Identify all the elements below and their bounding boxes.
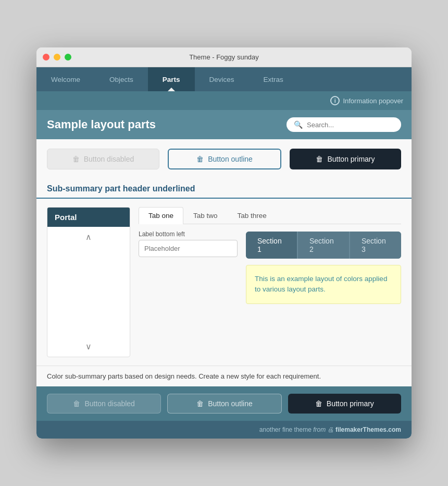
portal: Portal ∧ ∨ (47, 207, 130, 357)
sub-summary-title: Sub-summary part header underlined (47, 184, 195, 193)
information-popover[interactable]: i Information popover (330, 96, 403, 105)
button-primary-top[interactable]: 🗑 Button primary (290, 149, 401, 169)
field-label: Label bottom left (139, 230, 238, 238)
nav-item-parts[interactable]: Parts (148, 67, 195, 91)
button-outline-top[interactable]: 🗑 Button outline (168, 149, 281, 169)
segment-1[interactable]: Section 1 (246, 232, 297, 259)
button-outline-footer[interactable]: 🗑 Button outline (167, 394, 281, 414)
search-input[interactable] (307, 121, 394, 129)
button-disabled-top: 🗑 Button disabled (47, 149, 159, 169)
minimize-button[interactable] (54, 54, 60, 60)
nav-item-objects[interactable]: Objects (95, 67, 148, 91)
portal-header: Portal (47, 208, 130, 227)
note-text: This is an example layout of colors appl… (255, 274, 392, 295)
tabs-row: Tab one Tab two Tab three (139, 207, 401, 224)
top-buttons-row: 🗑 Button disabled 🗑 Button outline 🗑 But… (36, 139, 412, 179)
field-input[interactable] (139, 240, 238, 257)
nav-bar: Welcome Objects Parts Devices Extras (36, 67, 412, 91)
trash-icon-footer-primary: 🗑 (315, 399, 322, 408)
trash-icon-disabled: 🗑 (72, 155, 80, 163)
segmented-control: Section 1 Section 2 Section 3 (246, 232, 401, 259)
app-window: Theme - Foggy sunday Welcome Objects Par… (36, 47, 412, 439)
tab-content: Label bottom left Section 1 Section 2 (139, 230, 401, 304)
nav-item-extras[interactable]: Extras (249, 67, 298, 91)
nav-item-welcome[interactable]: Welcome (36, 67, 95, 91)
trash-icon-footer-outline: 🗑 (196, 399, 204, 408)
nav-item-devices[interactable]: Devices (195, 67, 249, 91)
right-panel: Tab one Tab two Tab three Label bottom l… (139, 207, 401, 357)
main-layout: Portal ∧ ∨ Tab one Tab two Tab three (36, 199, 412, 366)
trash-icon-footer-disabled: 🗑 (73, 399, 80, 408)
tab-two[interactable]: Tab two (183, 207, 228, 224)
trash-icon-primary: 🗑 (316, 155, 323, 163)
portal-content: ∧ ∨ (47, 227, 130, 357)
window-controls (43, 54, 71, 60)
segment-2[interactable]: Section 2 (298, 232, 349, 259)
button-disabled-footer: 🗑 Button disabled (47, 394, 161, 414)
tab-one[interactable]: Tab one (139, 207, 183, 224)
portal-scroll-up[interactable]: ∧ (85, 232, 92, 242)
segment-3[interactable]: Section 3 (350, 232, 401, 259)
branding-text: another fine theme from 🖨 filemakerTheme… (259, 426, 401, 433)
button-primary-footer[interactable]: 🗑 Button primary (288, 394, 401, 414)
sub-summary-header: Sub-summary part header underlined (36, 179, 412, 199)
footer-buttons: 🗑 Button disabled 🗑 Button outline 🗑 But… (36, 386, 412, 421)
right-column: Section 1 Section 2 Section 3 This is an… (246, 230, 401, 304)
info-bar: i Information popover (36, 91, 412, 110)
maximize-button[interactable] (65, 54, 71, 60)
close-button[interactable] (43, 54, 49, 60)
search-icon: 🔍 (294, 120, 303, 129)
search-box[interactable]: 🔍 (287, 117, 401, 132)
tab-three[interactable]: Tab three (228, 207, 277, 224)
page-title: Sample layout parts (47, 118, 156, 131)
info-icon: i (330, 96, 340, 105)
portal-scroll-down[interactable]: ∨ (85, 342, 92, 351)
note-box: This is an example layout of colors appl… (246, 265, 401, 304)
form-field: Label bottom left (139, 230, 238, 304)
window-title: Theme - Foggy sunday (189, 53, 259, 61)
page-header: Sample layout parts 🔍 (36, 110, 412, 139)
trash-icon-outline: 🗑 (196, 155, 204, 163)
description-text: Color sub-summary parts based on design … (36, 366, 412, 386)
title-bar: Theme - Foggy sunday (36, 47, 412, 67)
branding-footer: another fine theme from 🖨 filemakerTheme… (36, 421, 412, 439)
